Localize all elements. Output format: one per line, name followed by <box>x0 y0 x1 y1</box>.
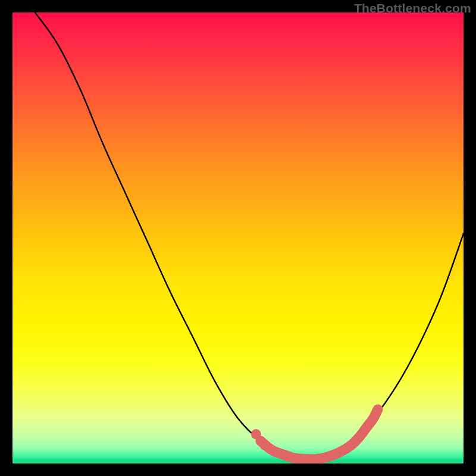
highlight-dot <box>251 429 261 439</box>
optimal-range-highlight <box>261 409 378 459</box>
chart-frame: TheBottleneck.com <box>0 0 476 476</box>
watermark-text: TheBottleneck.com <box>354 1 471 15</box>
bottleneck-curve <box>35 12 464 459</box>
chart-svg <box>12 12 464 464</box>
plot-area <box>12 12 464 464</box>
highlight-dot <box>260 440 270 450</box>
